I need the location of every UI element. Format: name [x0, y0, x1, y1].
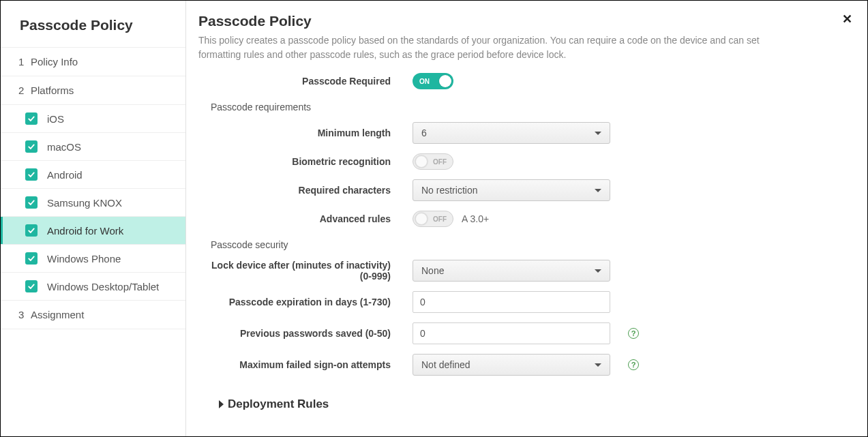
checkbox-icon [25, 140, 38, 153]
input-expiration[interactable] [413, 291, 610, 313]
check-icon [27, 254, 35, 262]
chevron-down-icon [595, 189, 601, 192]
select-required-chars[interactable]: No restriction [413, 179, 610, 201]
sidebar-platform-item[interactable]: Samsung KNOX [1, 188, 185, 216]
label-min-length: Minimum length [208, 127, 413, 138]
label-lock-after: Lock device after (minutes of inactivity… [208, 260, 413, 282]
checkbox-icon [25, 196, 38, 209]
select-value: Not defined [421, 359, 470, 370]
label-advanced-rules: Advanced rules [208, 213, 413, 224]
close-button[interactable]: ✕ [842, 12, 852, 27]
toggle-passcode-required[interactable]: ON [413, 73, 453, 89]
app-window: Passcode Policy 1 Policy Info 2 Platform… [0, 0, 868, 437]
page-title: Passcode Policy [198, 13, 848, 29]
toggle-advanced-rules[interactable]: OFF [413, 211, 453, 227]
select-value: 6 [421, 127, 427, 138]
deployment-rules-label: Deployment Rules [228, 397, 329, 411]
row-passcode-required: Passcode Required ON [208, 73, 848, 89]
label-required-chars: Required characters [208, 185, 413, 196]
input-prev-saved[interactable] [413, 322, 610, 344]
row-advanced-rules: Advanced rules OFF A 3.0+ [208, 211, 848, 227]
sidebar-platform-label: Samsung KNOX [47, 197, 122, 209]
deployment-rules-toggle[interactable]: Deployment Rules [208, 397, 848, 411]
section-header-requirements: Passcode requirements [208, 99, 848, 122]
sidebar-title: Passcode Policy [1, 1, 185, 47]
sidebar-platform-item[interactable]: Android [1, 160, 185, 188]
label-prev-saved: Previous passwords saved (0-50) [208, 328, 413, 339]
sidebar-platform-item[interactable]: Windows Desktop/Tablet [1, 272, 185, 300]
row-biometric: Biometric recognition OFF [208, 153, 848, 170]
chevron-down-icon [595, 132, 601, 135]
select-min-length[interactable]: 6 [413, 122, 610, 144]
row-max-failed: Maximum failed sign-on attempts Not defi… [208, 354, 848, 376]
sidebar-platform-label: Windows Desktop/Tablet [47, 281, 159, 292]
sidebar-platform-label: iOS [47, 113, 64, 125]
page-description: This policy creates a passcode policy ba… [198, 33, 798, 62]
chevron-down-icon [595, 363, 601, 367]
sidebar-platform-label: macOS [47, 141, 81, 153]
label-expiration: Passcode expiration in days (1-730) [208, 297, 413, 307]
sidebar-platform-item[interactable]: iOS [1, 104, 185, 132]
checkbox-icon [25, 224, 38, 237]
toggle-knob [439, 75, 451, 87]
nav-step-platforms[interactable]: 2 Platforms [1, 76, 185, 104]
toggle-state-text: OFF [433, 158, 447, 166]
sidebar-platform-item[interactable]: macOS [1, 132, 185, 160]
select-value: No restriction [421, 185, 477, 196]
check-icon [27, 226, 35, 235]
sidebar-platform-label: Windows Phone [47, 253, 121, 265]
row-prev-saved: Previous passwords saved (0-50) ? [208, 322, 848, 344]
sidebar-platform-label: Android for Work [47, 225, 123, 237]
help-icon[interactable]: ? [628, 328, 639, 339]
nav-step-assignment[interactable]: 3 Assignment [1, 300, 185, 329]
sidebar: Passcode Policy 1 Policy Info 2 Platform… [1, 1, 186, 436]
nav-step-number: 1 [18, 56, 31, 67]
form-area: Passcode Required ON Passcode requiremen… [208, 73, 848, 411]
help-icon[interactable]: ? [628, 359, 639, 370]
sidebar-platform-item[interactable]: Windows Phone [1, 244, 185, 272]
close-icon: ✕ [842, 12, 852, 26]
label-biometric: Biometric recognition [208, 156, 413, 167]
check-icon [27, 198, 35, 207]
chevron-right-icon [219, 400, 224, 408]
nav-step-policy-info[interactable]: 1 Policy Info [1, 47, 185, 76]
row-required-chars: Required characters No restriction [208, 179, 848, 201]
chevron-down-icon [595, 269, 601, 273]
sidebar-platform-label: Android [47, 169, 83, 181]
checkbox-icon [25, 280, 38, 292]
row-lock-after: Lock device after (minutes of inactivity… [208, 260, 848, 282]
label-max-failed: Maximum failed sign-on attempts [208, 359, 413, 370]
toggle-biometric[interactable]: OFF [413, 153, 453, 170]
nav-step-label: Policy Info [31, 56, 78, 67]
nav-step-number: 2 [18, 85, 31, 96]
check-icon [27, 142, 35, 151]
check-icon [27, 170, 35, 179]
checkbox-icon [25, 252, 38, 265]
row-expiration: Passcode expiration in days (1-730) [208, 291, 848, 313]
check-icon [27, 115, 35, 123]
nav-step-label: Assignment [31, 309, 84, 320]
sidebar-platform-item[interactable]: Android for Work [1, 216, 185, 244]
nav-step-number: 3 [18, 309, 31, 320]
label-passcode-required: Passcode Required [208, 76, 413, 87]
toggle-knob [415, 155, 428, 168]
nav-step-label: Platforms [31, 85, 74, 96]
toggle-knob [415, 213, 428, 225]
select-value: None [421, 265, 444, 276]
select-max-failed[interactable]: Not defined [413, 354, 610, 376]
section-header-security: Passcode security [208, 237, 848, 260]
hint-advanced-rules: A 3.0+ [462, 213, 489, 224]
toggle-state-text: ON [419, 78, 430, 85]
platform-list: iOSmacOSAndroidSamsung KNOXAndroid for W… [1, 104, 185, 300]
checkbox-icon [25, 168, 38, 181]
main-panel: ✕ Passcode Policy This policy creates a … [186, 1, 867, 436]
select-lock-after[interactable]: None [413, 260, 610, 282]
checkbox-icon [25, 112, 38, 125]
check-icon [27, 282, 35, 290]
toggle-state-text: OFF [433, 215, 447, 223]
row-min-length: Minimum length 6 [208, 122, 848, 144]
